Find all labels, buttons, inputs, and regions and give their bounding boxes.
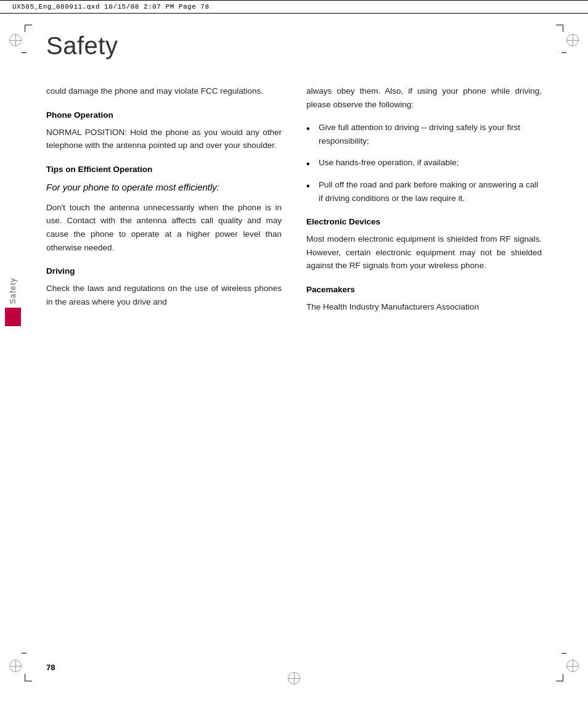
left-intro-text: could damage the phone and may violate F… — [46, 84, 282, 98]
page-title: Safety — [46, 32, 542, 60]
phone-operation-heading: Phone Operation — [46, 110, 282, 120]
main-content: Safety could damage the phone and may vi… — [0, 14, 588, 361]
bottom-center-reg-mark — [288, 672, 300, 684]
driving-heading: Driving — [46, 266, 282, 276]
driving-bullets: Give full attention to driving -- drivin… — [306, 121, 542, 205]
reg-mark-bottom-left — [9, 660, 22, 672]
tips-body: Don't touch the antenna unnecessarily wh… — [46, 201, 282, 254]
bullet-item-3: Pull off the road and park before making… — [306, 178, 542, 205]
bullet-item-1: Give full attention to driving -- drivin… — [306, 121, 542, 147]
reg-mark-bottom-right — [566, 660, 579, 672]
header-bar: UX585_Eng_080911.qxd 10/15/08 2:07 PM Pa… — [0, 0, 588, 14]
left-line-bottom — [22, 653, 27, 654]
tips-heading: Tips on Efficient Operation — [46, 165, 282, 174]
phone-operation-body: NORMAL POSITION: Hold the phone as you w… — [46, 126, 282, 152]
pacemakers-body: The Health Industry Manufacturers Associ… — [306, 300, 542, 314]
right-intro-text: always obey them. Also, if using your ph… — [306, 84, 542, 111]
page-number: 78 — [46, 663, 55, 672]
content-columns: could damage the phone and may violate F… — [46, 84, 542, 324]
tips-large-text: For your phone to operate most efficient… — [46, 180, 282, 195]
header-text: UX585_Eng_080911.qxd 10/15/08 2:07 PM Pa… — [12, 3, 210, 10]
electronic-devices-body: Most modern electronic equipment is shie… — [306, 232, 542, 273]
left-column: could damage the phone and may violate F… — [46, 84, 282, 324]
right-line-bottom — [561, 653, 566, 654]
page-container: UX585_Eng_080911.qxd 10/15/08 2:07 PM Pa… — [0, 0, 588, 706]
corner-mark-br — [556, 674, 563, 681]
electronic-devices-heading: Electronic Devices — [306, 217, 542, 226]
pacemakers-heading: Pacemakers — [306, 285, 542, 294]
right-column: always obey them. Also, if using your ph… — [306, 84, 542, 324]
corner-mark-bl — [25, 674, 32, 681]
driving-body: Check the laws and regulations on the us… — [46, 282, 282, 308]
bullet-item-2: Use hands-free operation, if available; — [306, 156, 542, 170]
